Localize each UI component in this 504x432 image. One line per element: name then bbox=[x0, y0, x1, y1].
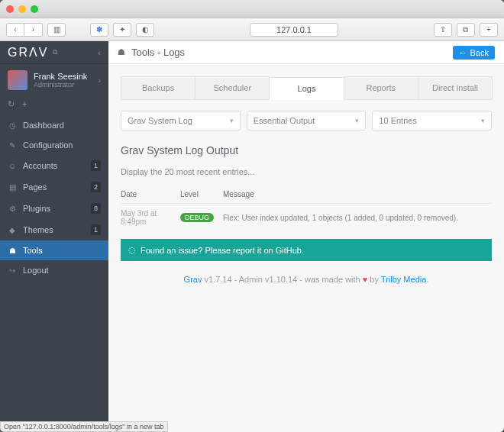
share-button[interactable]: ⇪ bbox=[434, 23, 452, 37]
tab-direct-install[interactable]: Direct install bbox=[418, 76, 493, 99]
sidebar-item-label: Pages bbox=[23, 182, 47, 192]
users-icon: ☺ bbox=[8, 162, 17, 170]
table-row: May 3rd at 8:49pm DEBUG Flex: User index… bbox=[121, 204, 492, 231]
refresh-icon[interactable]: ↻ bbox=[8, 99, 15, 109]
col-header-message: Message bbox=[223, 190, 492, 198]
user-name: Frank Seesink bbox=[34, 72, 87, 81]
window-close-icon[interactable] bbox=[6, 5, 14, 13]
cell-date: May 3rd at 8:49pm bbox=[121, 209, 180, 226]
tabs: Backups Scheduler Logs Reports Direct in… bbox=[121, 76, 492, 100]
window-titlebar bbox=[0, 0, 504, 18]
report-issue-text: Found an issue? Please report it on GitH… bbox=[141, 246, 304, 255]
address-bar[interactable]: 127.0.0.1 bbox=[250, 23, 338, 37]
quick-icons: ↻ + bbox=[0, 96, 108, 115]
filter-row: Grav System Log▾ Essential Output▾ 10 En… bbox=[121, 111, 492, 131]
cell-level: DEBUG bbox=[180, 213, 223, 222]
logo: GRΛV bbox=[8, 46, 48, 60]
count-badge: 8 bbox=[91, 203, 101, 214]
chevron-down-icon: ▾ bbox=[481, 117, 485, 124]
back-label: Back bbox=[470, 48, 489, 57]
count-badge: 2 bbox=[91, 182, 101, 192]
chevron-down-icon: ▾ bbox=[355, 117, 359, 124]
briefcase-icon: ☗ bbox=[8, 247, 17, 255]
reader-button[interactable]: ◐ bbox=[136, 23, 154, 37]
count-badge: 1 bbox=[91, 224, 101, 235]
page-title: Tools - Logs bbox=[131, 47, 185, 58]
sidebar-item-pages[interactable]: ▤Pages2 bbox=[0, 176, 108, 198]
user-role: Administrator bbox=[34, 81, 87, 89]
count-badge: 1 bbox=[91, 160, 101, 171]
wrench-icon: ✎ bbox=[8, 141, 17, 150]
user-panel[interactable]: Frank Seesink Administrator › bbox=[0, 64, 108, 96]
plus-icon[interactable]: + bbox=[22, 99, 27, 109]
level-badge: DEBUG bbox=[180, 213, 214, 222]
sidebar-item-themes[interactable]: ◆Themes1 bbox=[0, 219, 108, 240]
paint-icon: ◆ bbox=[8, 226, 17, 234]
content: Backups Scheduler Logs Reports Direct in… bbox=[108, 64, 504, 296]
chevron-down-icon: ▾ bbox=[230, 117, 234, 124]
col-header-date: Date bbox=[121, 190, 180, 198]
avatar bbox=[8, 70, 27, 90]
nav: ◷Dashboard ✎Configuration ☺Accounts1 ▤Pa… bbox=[0, 115, 108, 280]
extension-button-2[interactable]: ✦ bbox=[113, 23, 131, 37]
extension-button-1[interactable]: ✽ bbox=[90, 23, 108, 37]
trilby-link[interactable]: Trilby Media bbox=[381, 275, 427, 284]
plug-icon: ⚙ bbox=[8, 205, 17, 213]
address-text: 127.0.0.1 bbox=[276, 25, 312, 34]
sidebar-item-configuration[interactable]: ✎Configuration bbox=[0, 135, 108, 155]
tab-reports[interactable]: Reports bbox=[344, 76, 418, 99]
sidebar-item-label: Logout bbox=[23, 266, 49, 275]
main-pane: ☗ Tools - Logs ← Back Backups Scheduler … bbox=[108, 41, 504, 432]
window-minimize-icon[interactable] bbox=[18, 5, 26, 13]
gauge-icon: ◷ bbox=[8, 121, 17, 130]
sidebar-item-tools[interactable]: ☗Tools bbox=[0, 240, 108, 260]
logout-icon: ↪ bbox=[8, 266, 17, 275]
tabs-button[interactable]: ⧉ bbox=[457, 23, 475, 37]
output-type-select[interactable]: Essential Output▾ bbox=[247, 111, 367, 131]
log-source-select[interactable]: Grav System Log▾ bbox=[121, 111, 241, 131]
sidebar-item-label: Plugins bbox=[23, 204, 50, 213]
sidebar-item-label: Configuration bbox=[23, 140, 73, 150]
sidebar-item-accounts[interactable]: ☺Accounts1 bbox=[0, 155, 108, 176]
logo-row: GRΛV ⧉ ‹ bbox=[0, 41, 108, 64]
tab-scheduler[interactable]: Scheduler bbox=[195, 76, 270, 99]
breadcrumb: ☗ Tools - Logs ← Back bbox=[108, 41, 504, 64]
report-issue-bar[interactable]: ◌ Found an issue? Please report it on Gi… bbox=[121, 239, 492, 261]
chevron-down-icon: › bbox=[98, 76, 101, 85]
table-header: Date Level Message bbox=[121, 185, 492, 204]
nav-forward-button[interactable]: › bbox=[24, 23, 43, 37]
external-link-icon[interactable]: ⧉ bbox=[53, 48, 57, 56]
github-icon: ◌ bbox=[128, 245, 136, 255]
app-frame: GRΛV ⧉ ‹ Frank Seesink Administrator › ↻… bbox=[0, 41, 504, 432]
section-heading: Grav System Log Output bbox=[121, 144, 492, 156]
sidebar-item-label: Dashboard bbox=[23, 121, 64, 130]
entries-select[interactable]: 10 Entries▾ bbox=[372, 111, 492, 131]
back-button[interactable]: ← Back bbox=[453, 46, 495, 60]
link-status-tooltip: Open "127.0.0.1:8000/admin/tools/logs" i… bbox=[0, 421, 168, 432]
browser-window: ‹ › ▥ ✽ ✦ ◐ 127.0.0.1 ⇪ ⧉ + GRΛV ⧉ ‹ Fra… bbox=[0, 0, 504, 432]
file-icon: ▤ bbox=[8, 183, 17, 192]
sidebar-item-label: Accounts bbox=[23, 161, 57, 170]
window-zoom-icon[interactable] bbox=[31, 5, 38, 13]
browser-toolbar: ‹ › ▥ ✽ ✦ ◐ 127.0.0.1 ⇪ ⧉ + bbox=[0, 18, 504, 41]
section-subheading: Display the 20 most recent entries... bbox=[121, 167, 492, 176]
sidebar-item-label: Themes bbox=[23, 225, 53, 234]
tab-logs[interactable]: Logs bbox=[269, 77, 344, 100]
new-tab-button[interactable]: + bbox=[480, 23, 498, 37]
grav-link[interactable]: Grav bbox=[184, 275, 202, 284]
nav-back-button[interactable]: ‹ bbox=[6, 23, 24, 37]
sidebar-toggle-button[interactable]: ▥ bbox=[47, 23, 66, 37]
footer-text: Grav v1.7.14 - Admin v1.10.14 - was made… bbox=[121, 275, 492, 284]
sidebar-item-dashboard[interactable]: ◷Dashboard bbox=[0, 115, 108, 135]
arrow-left-icon: ← bbox=[459, 48, 467, 57]
sidebar: GRΛV ⧉ ‹ Frank Seesink Administrator › ↻… bbox=[0, 41, 108, 432]
col-header-level: Level bbox=[180, 190, 223, 198]
cell-message: Flex: User index updated, 1 objects (1 a… bbox=[223, 214, 492, 222]
tab-backups[interactable]: Backups bbox=[121, 76, 195, 99]
sidebar-item-plugins[interactable]: ⚙Plugins8 bbox=[0, 198, 108, 219]
sidebar-collapse-icon[interactable]: ‹ bbox=[98, 48, 101, 57]
sidebar-item-logout[interactable]: ↪Logout bbox=[0, 260, 108, 280]
briefcase-icon: ☗ bbox=[118, 47, 125, 57]
sidebar-item-label: Tools bbox=[23, 246, 43, 255]
